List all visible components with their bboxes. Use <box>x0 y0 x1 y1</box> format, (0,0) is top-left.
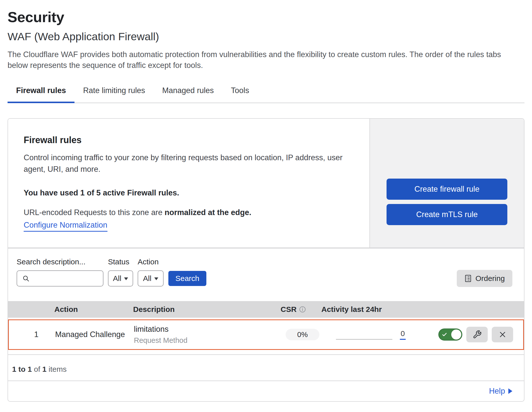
search-label: Search description... <box>17 258 108 266</box>
rule-controls <box>433 327 523 342</box>
wrench-icon <box>473 330 482 339</box>
rule-description: limitations Request Method <box>134 325 280 345</box>
activity-sparkline <box>336 327 392 342</box>
action-column-header: Action <box>40 305 133 314</box>
page-title: Security <box>8 9 524 25</box>
right-triangle-icon[interactable] <box>508 388 512 394</box>
create-mtls-rule-button[interactable]: Create mTLS rule <box>387 204 507 225</box>
info-circle-icon[interactable] <box>299 306 306 313</box>
action-label: Action <box>138 258 164 266</box>
waf-security-page: Security WAF (Web Application Firewall) … <box>0 0 532 402</box>
table-header: Action Description CSR Activity last 24h… <box>8 301 524 318</box>
list-icon <box>464 274 472 282</box>
firewall-rules-table-card: Search description... Status Action All <box>8 248 524 402</box>
tab-tools[interactable]: Tools <box>222 86 258 103</box>
tab-firewall-rules[interactable]: Firewall rules <box>8 86 74 103</box>
tab-bar: Firewall rules Rate limiting rules Manag… <box>8 86 524 103</box>
rule-priority: 1 <box>9 330 41 339</box>
rule-csr: 0% <box>280 329 322 340</box>
search-icon <box>22 275 30 282</box>
rule-activity: 0 <box>322 327 433 342</box>
filter-bar: Search description... Status Action All <box>8 249 524 287</box>
help-link[interactable]: Help <box>489 387 505 396</box>
configure-normalization-link[interactable]: Configure Normalization <box>24 221 107 232</box>
rule-actions-panel: Create firewall rule Create mTLS rule <box>369 119 524 248</box>
help-row: Help <box>8 381 524 401</box>
firewall-rule-row[interactable]: 1 Managed Challenge limitations Request … <box>8 319 524 350</box>
chevron-down-icon <box>124 277 128 280</box>
tab-managed-rules[interactable]: Managed rules <box>154 86 222 103</box>
search-button[interactable]: Search <box>168 271 206 286</box>
rule-action: Managed Challenge <box>41 330 134 339</box>
create-firewall-rule-button[interactable]: Create firewall rule <box>387 179 507 200</box>
delete-rule-button[interactable] <box>492 327 513 342</box>
overview-description: Control incoming traffic to your zone by… <box>24 152 343 175</box>
description-column-header: Description <box>133 305 279 314</box>
activity-count-link[interactable]: 0 <box>400 329 406 340</box>
search-input[interactable] <box>33 274 103 282</box>
status-label: Status <box>108 258 138 266</box>
toggle-knob <box>451 329 461 340</box>
csr-badge: 0% <box>286 329 319 340</box>
x-icon <box>498 330 507 339</box>
normalization-note: URL-encoded Requests to this zone are no… <box>24 208 359 217</box>
page-description: The Cloudflare WAF provides both automat… <box>8 49 513 71</box>
chevron-down-icon <box>154 277 158 280</box>
tab-rate-limiting-rules[interactable]: Rate limiting rules <box>74 86 154 103</box>
checkmark-icon <box>442 332 447 337</box>
action-select[interactable]: All <box>138 270 164 286</box>
csr-column-header: CSR <box>279 305 321 314</box>
edit-rule-button[interactable] <box>466 327 488 342</box>
overview-content: Firewall rules Control incoming traffic … <box>8 119 369 248</box>
ordering-button[interactable]: Ordering <box>457 270 512 287</box>
search-description-field[interactable] <box>17 270 103 286</box>
usage-summary: You have used 1 of 5 active Firewall rul… <box>24 188 359 197</box>
firewall-rules-overview-card: Firewall rules Control incoming traffic … <box>8 118 524 248</box>
page-subtitle: WAF (Web Application Firewall) <box>8 30 524 43</box>
rule-enabled-toggle[interactable] <box>438 328 462 341</box>
overview-heading: Firewall rules <box>24 135 359 145</box>
activity-column-header: Activity last 24hr <box>321 305 432 314</box>
status-select[interactable]: All <box>108 270 133 286</box>
items-count: 1 to 1 of 1 items <box>8 355 524 381</box>
